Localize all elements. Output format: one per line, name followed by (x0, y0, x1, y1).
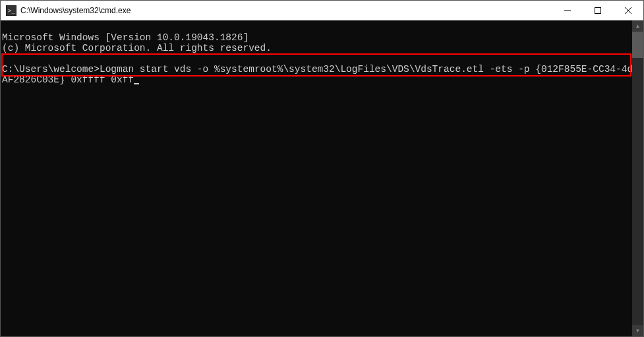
window-controls (552, 1, 643, 20)
maximize-button[interactable] (583, 1, 613, 20)
scroll-track[interactable] (632, 32, 643, 325)
window-title: C:\Windows\system32\cmd.exe (20, 6, 552, 15)
close-button[interactable] (613, 1, 643, 20)
svg-text:>_: >_ (8, 7, 15, 14)
command-line-1: C:\Users\welcome>Logman start vds -o %sy… (2, 64, 632, 75)
cmd-icon: >_ (6, 5, 16, 16)
command-prompt-window: >_ C:\Windows\system32\cmd.exe Microsoft… (0, 0, 644, 337)
vertical-scrollbar[interactable]: ▲ ▼ (632, 20, 643, 336)
version-line: Microsoft Windows [Version 10.0.19043.18… (2, 32, 249, 43)
prompt: C:\Users\welcome> (2, 64, 100, 75)
titlebar[interactable]: >_ C:\Windows\system32\cmd.exe (1, 1, 643, 20)
scroll-thumb[interactable] (632, 32, 643, 58)
command-text-1: Logman start vds -o %systemroot%\system3… (100, 64, 632, 75)
scroll-down-arrow[interactable]: ▼ (632, 325, 643, 336)
svg-rect-4 (595, 7, 601, 13)
copyright-line: (c) Microsoft Corporation. All rights re… (2, 43, 272, 53)
minimize-button[interactable] (552, 1, 583, 20)
scroll-up-arrow[interactable]: ▲ (632, 20, 643, 32)
cursor (134, 83, 139, 84)
terminal-container: Microsoft Windows [Version 10.0.19043.18… (1, 20, 643, 336)
command-text-2: AF2826C03E} 0xffff 0xff (2, 75, 134, 85)
command-line-2: AF2826C03E} 0xffff 0xff (2, 75, 139, 85)
terminal-output[interactable]: Microsoft Windows [Version 10.0.19043.18… (1, 20, 632, 336)
